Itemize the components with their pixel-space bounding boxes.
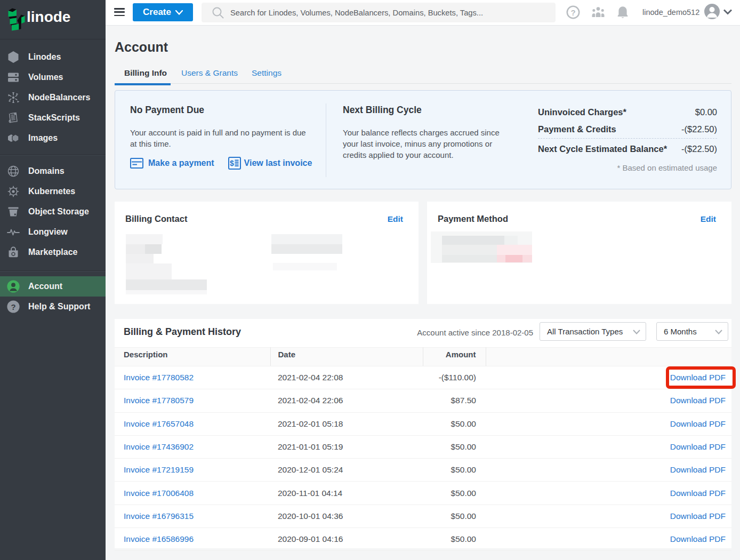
svg-text:$: $ (230, 159, 234, 167)
svg-text:?: ? (11, 303, 15, 311)
svg-text:?: ? (570, 8, 575, 17)
